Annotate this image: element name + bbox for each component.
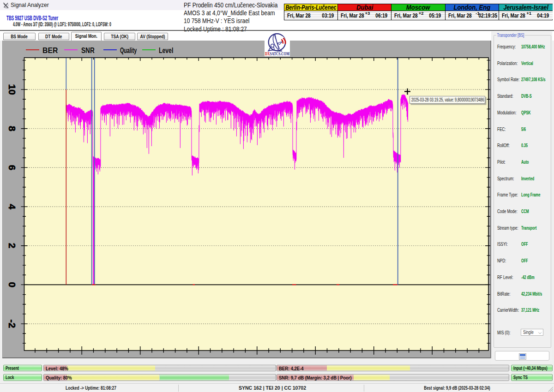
svg-text:2: 2 [7,243,18,249]
svg-text:10: 10 [7,84,18,95]
svg-text:8: 8 [7,126,18,131]
svg-text:DXSATCS.COM: DXSATCS.COM [265,52,289,56]
svg-text:0: 0 [7,282,18,288]
svg-text:-2: -2 [7,320,18,328]
svg-text:6: 6 [7,165,18,171]
svg-text:4: 4 [7,204,18,209]
